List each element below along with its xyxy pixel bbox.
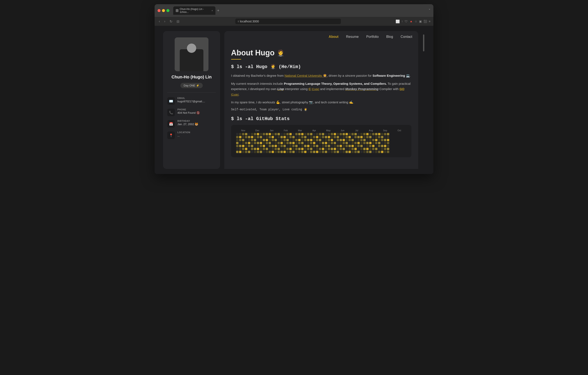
calendar-day [257, 151, 259, 153]
go-link[interactable]: GO [399, 87, 404, 91]
calendar-day [272, 145, 274, 147]
menu-icon[interactable]: ≡ [429, 20, 430, 23]
sidebar-toggle-icon[interactable]: ▣ [419, 20, 422, 23]
calendar-day [360, 148, 363, 150]
calendar-day [263, 148, 265, 150]
calendar-day [292, 136, 295, 138]
calendar-day [295, 133, 298, 135]
lisp-link[interactable]: Lisp [277, 87, 284, 91]
calendar-day [313, 151, 315, 153]
calendar-week [381, 133, 383, 153]
calendar-day [331, 133, 333, 135]
calendar-day [307, 139, 309, 141]
share-icon[interactable]: ↑ [401, 20, 403, 23]
reload-button[interactable]: ↻ [168, 19, 174, 24]
scrollbar[interactable] [422, 31, 425, 169]
calendar-day [239, 145, 242, 147]
nav-blog[interactable]: Blog [386, 35, 393, 39]
nav-contact[interactable]: Contact [401, 35, 412, 39]
calendar-day [289, 148, 292, 150]
calendar-day [251, 145, 253, 147]
address-bar[interactable]: ℹ localhost:3000 [235, 19, 341, 24]
calendar-day [360, 142, 363, 144]
extension-icon[interactable]: 🛡 [405, 20, 408, 23]
month-dec: Dec [250, 129, 264, 132]
calendar-day [263, 142, 265, 144]
calendar-day [310, 136, 312, 138]
calendar-day [328, 139, 330, 141]
traffic-lights [158, 9, 169, 12]
birthday-value: Jan. 27, 2002 🐯 [178, 123, 198, 126]
calendar-day [319, 136, 321, 138]
para1-mid: , driven by a sincere passion for Softwa… [327, 74, 411, 77]
calendar-week [328, 133, 330, 153]
close-button[interactable] [158, 9, 160, 12]
c-link[interactable]: C [309, 87, 311, 91]
calendar-day [354, 139, 357, 141]
calendar-day [319, 148, 321, 150]
nctu-link[interactable]: National Central University 🦁 [284, 74, 327, 77]
calendar-day [351, 142, 354, 144]
calendar-day [310, 151, 312, 153]
calendar-day [363, 133, 366, 135]
active-tab[interactable]: Chun-Ho (Hugo) Lin - 1choo... × [173, 6, 215, 15]
calendar-day [357, 136, 360, 138]
calendar-week [301, 133, 304, 153]
calendar-day [248, 142, 250, 144]
calendar-day [375, 151, 378, 153]
calendar-day [257, 145, 259, 147]
calendar-day [369, 151, 371, 153]
calendar-day [331, 142, 333, 144]
calendar-day [381, 136, 383, 138]
nav-resume[interactable]: Resume [346, 35, 359, 39]
minimize-button[interactable] [162, 9, 165, 12]
calendar-day [289, 139, 292, 141]
calendar-day [304, 148, 306, 150]
calendar-day [301, 145, 304, 147]
calendar-day [301, 148, 304, 150]
calendar-day [310, 148, 312, 150]
calendar-day [278, 151, 280, 153]
about-paragraph-2: My current research interests include Pr… [231, 81, 411, 97]
calendar-week [337, 133, 339, 153]
calendar-day [316, 136, 318, 138]
calendar-day [340, 133, 342, 135]
bookmark-button[interactable]: ⊟ [175, 19, 181, 24]
c-code-link[interactable]: [Code] [312, 88, 319, 91]
calendar-day [236, 142, 239, 144]
email-value: hugo970217@gmail.... [178, 100, 205, 103]
calendar-day [295, 139, 298, 141]
chevron-down-icon[interactable]: ˅ [429, 8, 430, 13]
calendar-day [351, 136, 354, 138]
forward-button[interactable]: › [163, 19, 167, 24]
maximize-button[interactable] [167, 9, 169, 12]
calendar-day [384, 151, 386, 153]
download-icon[interactable]: ⬛ [423, 20, 427, 23]
calendar-day [378, 148, 380, 150]
go-code-link[interactable]: [Code] [231, 93, 239, 96]
monkey-link[interactable]: Monkey Programming [345, 87, 379, 91]
star-icon[interactable]: ☆ [415, 20, 417, 23]
nav-about[interactable]: About [329, 35, 338, 39]
calendar-week [251, 133, 253, 153]
extension2-icon[interactable]: 🔺 [409, 20, 413, 23]
browser-content: Chun-Ho (Hugo) Lin Day ONE ⚡ ✉️ EMAIL hu… [155, 26, 433, 174]
tab-close-button[interactable]: × [212, 9, 213, 12]
screen-icon[interactable]: ⬜ [396, 20, 400, 23]
calendar-day [331, 139, 333, 141]
page-title: About Hugo 🤵 [231, 48, 411, 57]
calendar-week [348, 133, 351, 153]
calendar-day [304, 133, 306, 135]
calendar-day [351, 145, 354, 147]
calendar-day [269, 145, 271, 147]
calendar-day [340, 136, 342, 138]
new-tab-button[interactable]: + [217, 9, 220, 13]
calendar-day [254, 136, 256, 138]
nav-portfolio[interactable]: Portfolio [366, 35, 379, 39]
birthday-info: BIRTHDAY Jan. 27, 2002 🐯 [178, 120, 198, 126]
calendar-day [304, 145, 306, 147]
calendar-day [301, 139, 304, 141]
calendar-day [236, 136, 239, 138]
calendar-day [387, 142, 389, 144]
back-button[interactable]: ‹ [158, 19, 161, 24]
